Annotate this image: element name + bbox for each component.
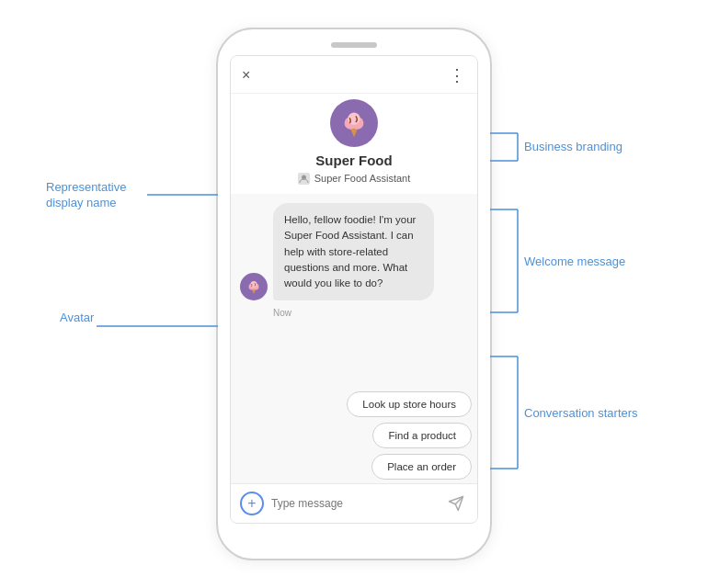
chip-find-a-product[interactable]: Find a product	[372, 423, 472, 448]
welcome-message-bubble: Hello, fellow foodie! I'm your Super Foo…	[273, 203, 434, 300]
rep-name: Super Food Assistant	[314, 173, 411, 184]
page-wrapper: × ⋮ S	[0, 0, 708, 588]
phone-shell: × ⋮ S	[216, 28, 492, 560]
svg-text:Representative: Representative	[46, 180, 126, 194]
screen-topbar: × ⋮	[231, 56, 477, 94]
chip-place-an-order[interactable]: Place an order	[371, 454, 472, 480]
message-row: Hello, fellow foodie! I'm your Super Foo…	[240, 203, 468, 300]
add-button[interactable]: +	[240, 492, 264, 515]
avatar	[240, 273, 268, 300]
branding-section: Super Food Super Food Assistant	[231, 94, 477, 194]
svg-text:Business branding: Business branding	[524, 140, 622, 153]
close-icon[interactable]: ×	[242, 67, 250, 84]
chips-area: Look up store hours Find a product Place…	[231, 388, 477, 483]
chat-area: Hello, fellow foodie! I'm your Super Foo…	[231, 194, 477, 388]
input-bar: +	[231, 483, 477, 523]
svg-text:Welcome message: Welcome message	[524, 254, 625, 268]
message-input[interactable]	[271, 497, 437, 510]
menu-icon[interactable]: ⋮	[449, 65, 466, 85]
timestamp: Now	[273, 308, 468, 318]
brand-logo	[330, 99, 378, 147]
send-button[interactable]	[444, 492, 468, 515]
phone-screen: × ⋮ S	[230, 55, 478, 524]
phone-speaker	[331, 42, 377, 48]
rep-icon	[298, 172, 311, 185]
chip-look-up-store-hours[interactable]: Look up store hours	[347, 391, 472, 417]
svg-text:Avatar: Avatar	[60, 311, 95, 324]
svg-text:Conversation starters: Conversation starters	[524, 406, 638, 420]
brand-name: Super Food	[315, 153, 392, 168]
rep-name-row: Super Food Assistant	[298, 172, 411, 185]
svg-text:display name: display name	[46, 196, 117, 209]
